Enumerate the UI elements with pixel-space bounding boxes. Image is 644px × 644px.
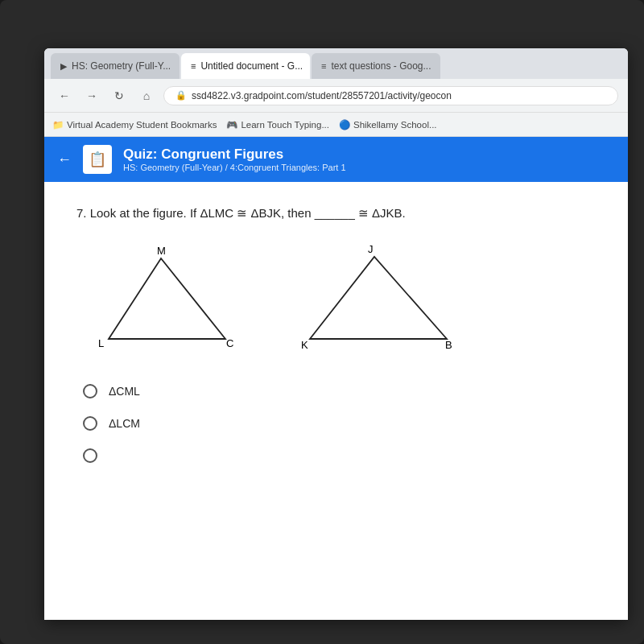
tab-untitled-label: Untitled document - G... [200, 60, 303, 72]
tab-text-questions[interactable]: ≡ text questions - Goog... × [312, 53, 440, 79]
tab-bar: ▶ HS: Geometry (Full-Y... × ≡ Untitled d… [44, 48, 628, 79]
tab-untitled-icon: ≡ [191, 61, 196, 71]
tab-geometry-icon: ▶ [60, 61, 67, 72]
question-text: 7. Look at the figure. If ΔLMC ≅ ΔBJK, t… [76, 204, 596, 223]
svg-text:C: C [226, 337, 233, 349]
option-third[interactable] [83, 448, 596, 463]
home-button[interactable]: ⌂ [136, 85, 157, 106]
bookmark-typing-icon: 🎮 [226, 119, 237, 130]
option-lcm[interactable]: ΔLCM [83, 416, 596, 431]
bookmark-shikellamy[interactable]: 🔵 Shikellamy School... [339, 119, 437, 130]
radio-cml[interactable] [83, 384, 97, 398]
content-area: 7. Look at the figure. If ΔLMC ≅ ΔBJK, t… [44, 182, 628, 485]
radio-third[interactable] [83, 448, 97, 463]
tab-text-close[interactable]: × [440, 60, 441, 72]
svg-text:J: J [368, 243, 374, 255]
back-button[interactable]: ← [54, 85, 75, 106]
tab-text-icon: ≡ [321, 61, 326, 71]
tab-text-label: text questions - Goog... [331, 60, 431, 72]
bookmark-typing-label: Learn Touch Typing... [241, 120, 329, 130]
bookmark-virtual-academy[interactable]: 📁 Virtual Academy Student Bookmarks [52, 119, 217, 130]
triangle-jkb: J K B [298, 242, 455, 355]
bookmark-learn-typing[interactable]: 🎮 Learn Touch Typing... [226, 119, 329, 130]
bookmark-shikellamy-icon: 🔵 [339, 119, 350, 130]
svg-text:M: M [157, 245, 166, 257]
question-body: Look at the figure. If ΔLMC ≅ ΔBJK, then… [90, 206, 406, 220]
svg-text:K: K [301, 339, 308, 351]
bookmark-folder-icon: 📁 [52, 119, 64, 130]
forward-button[interactable]: → [81, 85, 102, 106]
option-cml[interactable]: ΔCML [83, 384, 596, 398]
url-bar[interactable]: 🔒 ssd4822.v3.gradpoint.com/student/28557… [163, 86, 618, 105]
figures-container: L M C J K B [76, 242, 596, 355]
quiz-subtitle: HS: Geometry (Full-Year) / 4:Congruent T… [123, 163, 346, 172]
svg-marker-0 [109, 258, 225, 339]
url-text: ssd4822.v3.gradpoint.com/student/2855720… [192, 90, 452, 101]
answer-options: ΔCML ΔLCM [76, 384, 596, 463]
tab-geometry-label: HS: Geometry (Full-Y... [72, 60, 171, 72]
bookmark-shikellamy-label: Shikellamy School... [353, 120, 437, 130]
lock-icon: 🔒 [175, 90, 187, 101]
question-number: 7. [76, 206, 90, 220]
quiz-header: ← 📋 Quiz: Congruent Figures HS: Geometry… [44, 137, 628, 182]
bookmarks-bar: 📁 Virtual Academy Student Bookmarks 🎮 Le… [44, 113, 628, 137]
quiz-back-button[interactable]: ← [57, 151, 72, 168]
bookmark-virtual-label: Virtual Academy Student Bookmarks [67, 120, 217, 130]
quiz-title: Quiz: Congruent Figures [123, 147, 346, 163]
option-lcm-label: ΔLCM [109, 417, 140, 430]
address-bar: ← → ↻ ⌂ 🔒 ssd4822.v3.gradpoint.com/stude… [44, 79, 628, 113]
browser-window: ▶ HS: Geometry (Full-Y... × ≡ Untitled d… [44, 48, 628, 620]
svg-text:L: L [98, 337, 104, 349]
tab-geometry-close[interactable]: × [179, 60, 180, 72]
quiz-title-block: Quiz: Congruent Figures HS: Geometry (Fu… [123, 147, 346, 172]
svg-text:B: B [445, 339, 452, 351]
triangle-lmc: L M C [93, 242, 233, 355]
tab-geometry[interactable]: ▶ HS: Geometry (Full-Y... × [51, 53, 180, 79]
tab-untitled[interactable]: ≡ Untitled document - G... × [181, 53, 310, 79]
option-cml-label: ΔCML [109, 385, 140, 398]
svg-marker-4 [310, 257, 447, 339]
radio-lcm[interactable] [83, 416, 97, 431]
quiz-icon: 📋 [83, 145, 112, 174]
refresh-button[interactable]: ↻ [109, 85, 130, 106]
